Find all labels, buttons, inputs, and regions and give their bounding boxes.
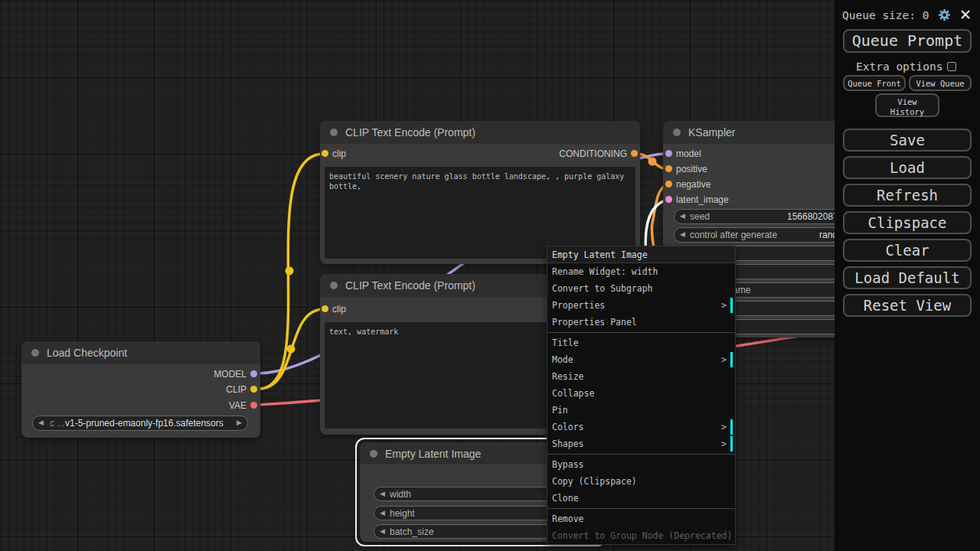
link-dot — [287, 345, 296, 354]
output-slot-vae[interactable] — [250, 402, 257, 409]
widget-value: 1566802087 — [787, 211, 838, 222]
settings-gear-icon[interactable] — [938, 8, 951, 21]
widget-label: c ... — [50, 418, 64, 429]
comfyui-window: CLIP Text Encode (Prompt) clip CONDITION… — [0, 0, 980, 551]
menu-item-mode[interactable]: Mode > — [547, 351, 735, 368]
extra-options-label: Extra options — [856, 60, 943, 73]
decrement-arrow-icon[interactable]: ◀ — [380, 527, 385, 535]
decrement-arrow-icon[interactable]: ◀ — [380, 509, 385, 517]
submenu-bar-icon — [730, 436, 733, 452]
output-slot-label: MODEL — [214, 369, 247, 380]
menu-separator — [547, 454, 735, 455]
view-history-button[interactable]: View History — [875, 93, 939, 117]
input-slot-latent-image[interactable] — [665, 196, 672, 203]
input-slot-positive[interactable] — [665, 165, 672, 172]
menu-item-rename-widget[interactable]: Rename Widget: width — [547, 263, 735, 280]
input-slot-clip[interactable] — [322, 305, 328, 312]
menu-item-remove[interactable]: Remove — [547, 510, 735, 527]
clipspace-button[interactable]: Clipspace — [843, 211, 972, 234]
submenu-bar-icon — [730, 298, 733, 313]
input-slot-label: model — [676, 148, 701, 159]
node-clip-text-encode-positive[interactable]: CLIP Text Encode (Prompt) clip CONDITION… — [320, 121, 640, 264]
menu-item-pin[interactable]: Pin — [547, 402, 735, 419]
input-slot-label: negative — [676, 179, 710, 190]
node-title: Empty Latent Image — [385, 448, 481, 460]
link-dot — [286, 267, 294, 276]
menu-item-convert-to-subgraph[interactable]: Convert to Subgraph — [547, 280, 735, 297]
comfy-menu-panel: Queue size: 0 Queue Prompt Extra options… — [835, 0, 980, 551]
menu-item-resize[interactable]: Resize — [547, 368, 735, 385]
widget-label: control after generate — [690, 230, 777, 240]
decrement-arrow-icon[interactable]: ◀ — [680, 230, 685, 238]
menu-item-label: Shapes — [552, 439, 584, 449]
collapse-dot-icon[interactable] — [370, 450, 377, 458]
output-slot-label: CONDITIONING — [559, 148, 627, 159]
menu-item-shapes[interactable]: Shapes > — [547, 435, 735, 452]
input-slot-model[interactable] — [665, 150, 672, 157]
queue-size-label: Queue size: 0 — [842, 9, 929, 21]
context-menu-title: Empty Latent Image — [547, 246, 735, 263]
close-icon[interactable] — [960, 9, 971, 20]
load-button[interactable]: Load — [843, 156, 972, 179]
widget-value: v1-5-pruned-emaonly-fp16.safetensors — [65, 418, 224, 429]
decrement-arrow-icon[interactable]: ◀ — [380, 490, 385, 497]
submenu-bar-icon — [730, 352, 733, 367]
decrement-arrow-icon[interactable]: ◀ — [680, 212, 685, 220]
submenu-arrow-icon: > — [721, 351, 727, 368]
output-slot-label: CLIP — [226, 384, 247, 395]
menu-item-collapse[interactable]: Collapse — [547, 385, 735, 402]
input-slot-label: clip — [332, 148, 346, 159]
output-slot-conditioning[interactable] — [631, 150, 638, 157]
extra-options-checkbox[interactable] — [947, 62, 956, 71]
menu-item-properties-panel[interactable]: Properties Panel — [547, 314, 735, 331]
menu-item-bypass[interactable]: Bypass — [547, 456, 735, 473]
menu-item-label: Colors — [552, 422, 584, 432]
node-title: CLIP Text Encode (Prompt) — [345, 126, 475, 139]
menu-separator — [547, 508, 735, 509]
node-title: KSampler — [688, 126, 735, 139]
collapse-dot-icon[interactable] — [330, 129, 338, 136]
widget-ckpt-name[interactable]: ◀ c ... v1-5-pruned-emaonly-fp16.safeten… — [32, 416, 248, 431]
node-context-menu: Empty Latent Image Rename Widget: width … — [547, 246, 736, 545]
refresh-button[interactable]: Refresh — [843, 184, 972, 207]
submenu-arrow-icon: > — [721, 297, 727, 314]
menu-item-colors[interactable]: Colors > — [547, 419, 735, 435]
widget-label: batch_size — [390, 527, 433, 537]
input-slot-clip[interactable] — [322, 150, 328, 157]
menu-item-convert-to-group-node: Convert to Group Node (Deprecated) — [547, 527, 735, 544]
prompt-text-widget[interactable]: beautiful scenery nature glass bottle la… — [325, 167, 635, 259]
queue-prompt-button[interactable]: Queue Prompt — [843, 29, 972, 53]
menu-item-copy-clipspace[interactable]: Copy (Clipspace) — [547, 473, 735, 490]
submenu-arrow-icon: > — [721, 435, 727, 452]
menu-item-clone[interactable]: Clone — [547, 490, 735, 507]
reset-view-button[interactable]: Reset View — [843, 294, 972, 317]
collapse-dot-icon[interactable] — [330, 282, 338, 289]
prev-arrow-icon[interactable]: ◀ — [38, 419, 44, 426]
load-default-button[interactable]: Load Default — [843, 266, 972, 289]
node-title: CLIP Text Encode (Prompt) — [345, 279, 475, 292]
node-title: Load Checkpoint — [47, 347, 127, 359]
widget-label: height — [390, 508, 415, 519]
widget-label: seed — [690, 211, 710, 222]
menu-item-properties[interactable]: Properties > — [547, 297, 735, 314]
queue-front-button[interactable]: Queue Front — [843, 75, 906, 91]
next-arrow-icon[interactable]: ▶ — [237, 419, 242, 426]
menu-item-title[interactable]: Title — [547, 334, 735, 351]
node-header[interactable]: CLIP Text Encode (Prompt) — [320, 121, 640, 144]
input-slot-label: clip — [332, 304, 346, 315]
input-slot-label: positive — [676, 164, 707, 174]
input-slot-negative[interactable] — [665, 181, 672, 187]
node-load-checkpoint[interactable]: Load Checkpoint MODEL CLIP VAE ◀ c ... v… — [21, 341, 260, 438]
output-slot-clip[interactable] — [250, 386, 257, 393]
view-queue-button[interactable]: View Queue — [909, 75, 972, 91]
widget-label: width — [390, 489, 411, 500]
input-slot-label: latent_image — [676, 194, 729, 205]
collapse-dot-icon[interactable] — [31, 349, 39, 357]
output-slot-model[interactable] — [250, 370, 257, 377]
menu-item-label: Properties — [552, 300, 605, 311]
clear-button[interactable]: Clear — [843, 239, 972, 262]
save-button[interactable]: Save — [843, 129, 972, 152]
node-header[interactable]: Load Checkpoint — [21, 341, 260, 364]
collapse-dot-icon[interactable] — [673, 129, 681, 136]
menu-separator — [547, 332, 735, 333]
